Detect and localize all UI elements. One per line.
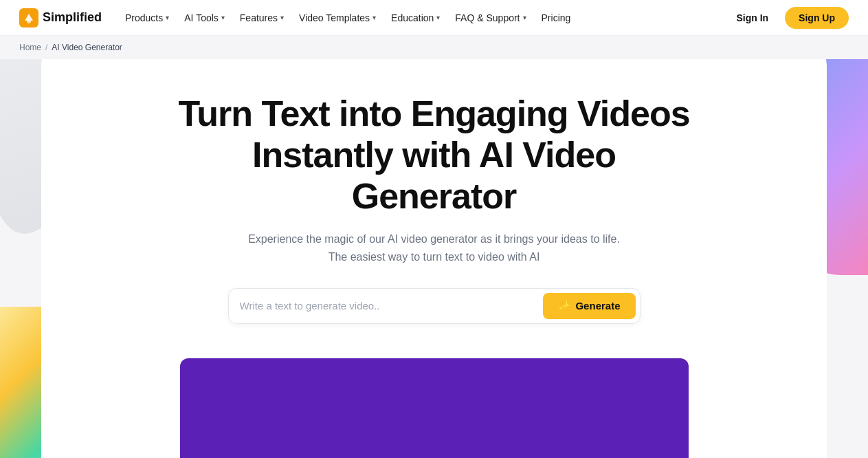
generate-bar: ✨ Generate: [228, 288, 641, 324]
nav-education[interactable]: Education ▾: [384, 8, 447, 28]
breadcrumb-separator: /: [45, 43, 47, 52]
chevron-down-icon: ▾: [436, 14, 440, 21]
generate-button[interactable]: ✨ Generate: [543, 293, 635, 319]
signup-button[interactable]: Sign Up: [785, 7, 849, 29]
nav-faq-support[interactable]: FAQ & Support ▾: [448, 8, 533, 28]
svg-point-1: [27, 19, 31, 23]
chevron-down-icon: ▾: [280, 14, 284, 21]
generate-input[interactable]: [240, 300, 544, 312]
nav-ai-tools[interactable]: AI Tools ▾: [177, 8, 232, 28]
logo-text: Simplified: [43, 10, 102, 25]
nav-features[interactable]: Features ▾: [233, 8, 291, 28]
nav-pricing[interactable]: Pricing: [535, 8, 578, 28]
chevron-down-icon: ▾: [166, 14, 169, 21]
hero-title: Turn Text into Engaging Videos Instantly…: [166, 94, 702, 217]
generate-label: Generate: [575, 300, 620, 312]
logo-icon: [19, 8, 38, 28]
hero-section: Turn Text into Engaging Videos Instantly…: [0, 59, 868, 345]
navbar: Simplified Products ▾ AI Tools ▾ Feature…: [0, 0, 868, 36]
generate-icon: ✨: [558, 300, 571, 312]
nav-video-templates[interactable]: Video Templates ▾: [292, 8, 383, 28]
breadcrumb-home[interactable]: Home: [19, 43, 41, 52]
chevron-down-icon: ▾: [372, 14, 376, 21]
nav-products[interactable]: Products ▾: [118, 8, 176, 28]
chevron-down-icon: ▾: [523, 14, 526, 21]
logo-link[interactable]: Simplified: [19, 8, 102, 28]
breadcrumb-current: AI Video Generator: [52, 43, 122, 52]
page-wrapper: Simplified Products ▾ AI Tools ▾ Feature…: [0, 0, 868, 458]
nav-auth: Sign In Sign Up: [725, 7, 849, 29]
breadcrumb: Home / AI Video Generator: [0, 36, 868, 59]
nav-items: Products ▾ AI Tools ▾ Features ▾ Video T…: [118, 8, 725, 28]
hero-subtitle: Experience the magic of our AI video gen…: [242, 230, 627, 265]
video-preview: [180, 358, 689, 458]
signin-button[interactable]: Sign In: [725, 8, 779, 28]
chevron-down-icon: ▾: [221, 14, 225, 21]
